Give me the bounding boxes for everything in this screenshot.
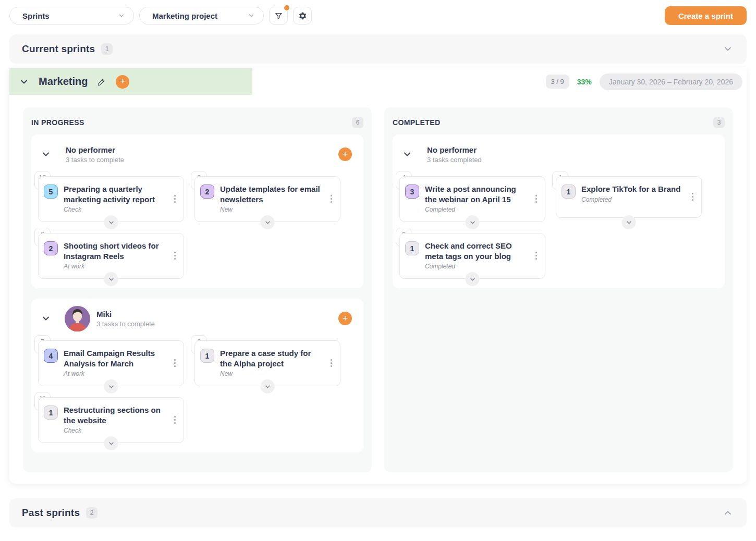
performer-group: No performer3 tasks completed43Write a p…: [393, 134, 725, 288]
group-collapse-button[interactable]: [400, 147, 414, 162]
group-info: No performer3 tasks to complete: [66, 145, 124, 164]
cards-grid: 43Write a post announcing the webinar on…: [393, 171, 725, 288]
group-subtitle: 3 tasks to complete: [96, 320, 155, 328]
task-status: New: [220, 370, 321, 377]
expand-icon: [264, 219, 271, 226]
chevron-down-icon: [248, 12, 255, 19]
task-menu-button[interactable]: [172, 413, 178, 426]
sprint-progress-ratio: 3 / 9: [546, 75, 569, 89]
cards-grid: 105Preparing a quarterly marketing activ…: [31, 171, 363, 288]
settings-button[interactable]: [293, 7, 312, 24]
project-select-value: Marketing project: [152, 11, 217, 20]
task-card-wrap: 74Email Campaign Results Analysis for Ma…: [38, 340, 184, 386]
expand-icon: [625, 219, 632, 226]
settings-icon: [298, 11, 307, 20]
task-card-wrap: 111Restructuring sections on the website…: [38, 397, 184, 443]
task-expand-button[interactable]: [261, 215, 275, 229]
task-card-wrap: 31Prepare a case study for the Alpha pro…: [194, 340, 340, 386]
priority-badge: 4: [44, 349, 58, 363]
chevron-down-icon: [41, 149, 51, 159]
task-menu-button[interactable]: [328, 192, 335, 205]
filter-active-dot: [284, 5, 289, 10]
edit-sprint-button[interactable]: [95, 75, 108, 89]
current-sprints-count: 1: [101, 43, 113, 55]
task-expand-button[interactable]: [104, 436, 118, 450]
group-name: Miki: [96, 310, 155, 318]
past-sprints-count: 2: [86, 507, 97, 519]
create-sprint-button[interactable]: Create a sprint: [665, 6, 747, 25]
add-task-button[interactable]: +: [338, 312, 352, 325]
column-header-completed: COMPLETED3: [384, 107, 733, 134]
sprint-name: Marketing: [39, 76, 88, 88]
task-expand-button[interactable]: [104, 379, 118, 394]
task-title: Explore TikTok for a Brand: [581, 184, 682, 194]
task-menu-button[interactable]: [533, 249, 540, 262]
sprint-collapse-button[interactable]: [17, 75, 31, 89]
edit-icon: [97, 77, 106, 87]
sprint-date-range: January 30, 2026 – February 20, 2026: [600, 73, 742, 90]
chevron-down-icon: [402, 149, 412, 159]
task-card-body: Write a post announcing the webinar on A…: [425, 184, 526, 213]
group-info: Miki3 tasks to complete: [96, 310, 155, 328]
column-count: 6: [352, 117, 363, 128]
column-title: IN PROGRESS: [31, 118, 84, 127]
task-card-wrap: 105Preparing a quarterly marketing activ…: [38, 176, 184, 222]
past-sprints-bar[interactable]: Past sprints 2: [9, 498, 747, 527]
chevron-down-icon[interactable]: [723, 44, 733, 54]
project-select[interactable]: Marketing project: [139, 7, 264, 24]
toolbar: Sprints Marketing project Create a sprin…: [9, 0, 747, 27]
priority-badge: 5: [44, 185, 58, 199]
task-card-body: Prepare a case study for the Alpha proje…: [220, 348, 321, 377]
expand-icon: [469, 219, 476, 226]
task-card-body: Update templates for email newslettersNe…: [220, 184, 321, 213]
task-title: Update templates for email newsletters: [220, 184, 321, 204]
task-menu-button[interactable]: [172, 192, 178, 205]
group-header: Miki3 tasks to complete+: [31, 299, 363, 335]
task-title: Preparing a quarterly marketing activity…: [64, 184, 165, 204]
filter-button[interactable]: [269, 7, 288, 24]
task-expand-button[interactable]: [466, 215, 480, 229]
task-status: At work: [64, 263, 165, 270]
task-card-wrap: 11Explore TikTok for a BrandCompleted: [556, 176, 702, 222]
task-expand-button[interactable]: [466, 272, 480, 286]
task-card-body: Preparing a quarterly marketing activity…: [64, 184, 165, 213]
task-status: Completed: [581, 196, 682, 203]
past-sprints-title: Past sprints: [22, 507, 80, 519]
group-subtitle: 3 tasks completed: [427, 156, 482, 164]
task-menu-button[interactable]: [328, 356, 335, 370]
group-collapse-button[interactable]: [39, 147, 53, 162]
expand-icon: [264, 383, 271, 390]
task-expand-button[interactable]: [104, 215, 118, 229]
add-task-button[interactable]: +: [338, 147, 352, 161]
current-sprints-bar[interactable]: Current sprints 1: [9, 34, 747, 64]
expand-icon: [107, 276, 115, 283]
task-status: Check: [64, 427, 165, 434]
task-expand-button[interactable]: [622, 215, 636, 229]
task-menu-button[interactable]: [172, 356, 178, 370]
sprints-select[interactable]: Sprints: [9, 7, 134, 24]
task-card-wrap: 91Check and correct SEO meta tags on you…: [399, 233, 545, 279]
chevron-up-icon[interactable]: [723, 508, 733, 518]
column-count: 3: [713, 117, 725, 128]
sprint-card-marketing: Marketing + 3 / 9 33% January 30, 2026 –…: [9, 68, 747, 484]
task-card-body: Check and correct SEO meta tags on your …: [425, 241, 526, 270]
task-card[interactable]: 1Explore TikTok for a BrandCompleted: [556, 176, 702, 218]
task-expand-button[interactable]: [261, 379, 275, 394]
sprint-header: Marketing + 3 / 9 33% January 30, 2026 –…: [9, 68, 747, 95]
task-menu-button[interactable]: [172, 249, 178, 262]
chevron-down-icon: [118, 12, 125, 19]
task-title: Check and correct SEO meta tags on your …: [425, 241, 526, 261]
task-status: New: [220, 206, 321, 213]
task-card-body: Explore TikTok for a BrandCompleted: [581, 184, 682, 209]
group-collapse-button[interactable]: [39, 311, 53, 326]
task-card-wrap: 82Shooting short videos for Instagram Re…: [38, 233, 184, 279]
task-menu-button[interactable]: [689, 190, 696, 203]
sprint-columns: IN PROGRESS6No performer3 tasks to compl…: [9, 95, 747, 472]
priority-badge: 3: [405, 185, 419, 199]
add-task-sprint-button[interactable]: +: [116, 75, 129, 89]
task-menu-button[interactable]: [533, 192, 540, 205]
group-info: No performer3 tasks completed: [427, 145, 482, 164]
column-in-progress: IN PROGRESS6No performer3 tasks to compl…: [23, 107, 372, 472]
sprint-header-left: Marketing +: [9, 68, 252, 95]
task-expand-button[interactable]: [104, 272, 118, 286]
